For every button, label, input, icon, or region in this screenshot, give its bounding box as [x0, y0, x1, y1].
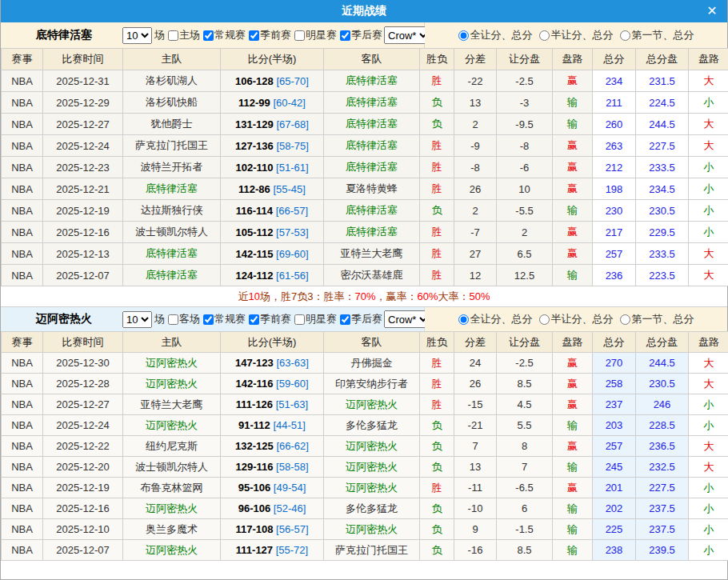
filter-checkbox-option: 季前赛	[246, 312, 291, 326]
filter-checkbox-option: 客场	[165, 312, 200, 326]
cell-total: 236	[593, 265, 636, 286]
summary-label: 场，胜7负3：胜率：	[260, 290, 354, 304]
cell-handicap-line: 5.5	[497, 415, 553, 436]
cell-over-under: 大	[689, 70, 728, 92]
cell-away-team: 夏洛特黄蜂	[324, 178, 420, 200]
cell-league: NBA	[2, 243, 43, 265]
games-count-select[interactable]: 10	[122, 311, 152, 328]
cell-diff: 13	[454, 92, 497, 114]
checkbox[interactable]	[168, 314, 178, 325]
cell-score: 129-116 [58-58]	[221, 457, 324, 478]
bookmaker-select[interactable]: Crow*	[384, 26, 430, 44]
table-row: NBA2025-12-30迈阿密热火147-123 [63-63]丹佛掘金胜24…	[2, 353, 728, 374]
cell-total-line: 224.5	[636, 92, 689, 114]
filter-checkbox-option: 常规赛	[200, 28, 246, 42]
odds-type-radio-option: 第一节、总分	[620, 28, 694, 42]
cell-score: 112-99 [60-42]	[221, 92, 324, 114]
cell-total: 230	[593, 200, 636, 222]
cell-total: 211	[593, 92, 636, 114]
column-header: 比分(半场)	[221, 49, 324, 70]
checkbox[interactable]	[340, 30, 350, 41]
column-header: 客队	[324, 332, 420, 353]
cell-date: 2025-12-19	[43, 478, 123, 498]
half-score: [44-51]	[273, 419, 305, 431]
cell-total-line: 232.5	[636, 457, 689, 478]
cell-league: NBA	[2, 157, 43, 178]
radio[interactable]	[539, 30, 550, 41]
checkbox[interactable]	[294, 30, 305, 41]
cell-date: 2025-12-07	[43, 540, 123, 561]
cell-date: 2025-12-23	[43, 157, 123, 178]
cell-over-under: 小	[689, 200, 728, 222]
cell-handicap-line: -2.5	[497, 353, 553, 374]
radio[interactable]	[458, 30, 469, 41]
cell-handicap-line: -5.5	[497, 200, 553, 222]
cell-away-team: 亚特兰大老鹰	[324, 243, 420, 265]
cell-handicap-line: 6.5	[497, 243, 553, 265]
column-header: 总分盘	[636, 49, 689, 70]
summary-label: 近	[238, 290, 248, 304]
radio[interactable]	[620, 314, 630, 325]
full-score: 91-112	[238, 419, 270, 431]
cell-over-under: 小	[689, 222, 728, 243]
cell-total-line: 229.5	[636, 222, 689, 243]
cell-total-line: 231.5	[636, 70, 689, 92]
cell-total-line: 230.5	[636, 374, 689, 394]
cell-home-team: 达拉斯独行侠	[123, 200, 221, 222]
cell-score: 96-106 [52-46]	[221, 498, 324, 519]
full-score: 102-110	[235, 162, 273, 174]
table-row: NBA2025-12-13底特律活塞142-115 [69-60]亚特兰大老鹰胜…	[2, 243, 728, 265]
odds-type-radio-option: 第一节、总分	[620, 312, 694, 326]
radio[interactable]	[620, 30, 630, 41]
filter-bar-right: 全让分、总分半让分、总分第一节、总分	[425, 307, 727, 331]
cell-handicap-line: 8.5	[497, 374, 553, 394]
cell-result: 负	[420, 540, 454, 561]
cell-total: 258	[593, 374, 636, 394]
summary-label: 大率：	[438, 290, 469, 304]
cell-over-under: 大	[689, 374, 728, 394]
table-row: NBA2025-12-23波特兰开拓者102-110 [51-61]底特律活塞胜…	[2, 157, 728, 178]
odds-type-radio-option: 半让分、总分	[539, 28, 614, 42]
cell-away-team: 密尔沃基雄鹿	[324, 265, 420, 286]
table-row: NBA2025-12-21底特律活塞112-86 [55-45]夏洛特黄蜂胜26…	[2, 178, 728, 200]
half-score: [51-61]	[276, 162, 308, 174]
column-header: 比赛时间	[43, 332, 123, 353]
column-header: 让分盘	[497, 332, 553, 353]
cell-away-team: 迈阿密热火	[324, 394, 420, 415]
cell-diff: -15	[454, 394, 497, 415]
checkbox[interactable]	[294, 314, 305, 325]
popup-title: 近期战绩	[342, 4, 386, 18]
away-team-section: 迈阿密热火 10 场 客场常规赛季前赛明星赛季后赛 Crow* 全让分、总分半让…	[1, 307, 727, 561]
cell-diff: 7	[454, 436, 497, 457]
cell-home-team: 底特律活塞	[123, 243, 221, 265]
half-score: [69-60]	[276, 248, 308, 260]
close-icon[interactable]: ✕	[704, 3, 720, 19]
checkbox[interactable]	[249, 30, 259, 41]
cell-score: 132-125 [66-62]	[221, 436, 324, 457]
cell-home-team: 波士顿凯尔特人	[123, 222, 221, 243]
checkbox[interactable]	[203, 30, 214, 41]
radio[interactable]	[458, 314, 469, 325]
cell-score: 91-112 [44-51]	[221, 415, 324, 436]
games-unit-label: 场	[154, 28, 165, 42]
cell-score: 131-129 [67-68]	[221, 114, 324, 135]
odds-type-radio-option: 全让分、总分	[458, 312, 533, 326]
checkbox[interactable]	[203, 314, 214, 325]
checkbox[interactable]	[168, 30, 178, 41]
checkbox[interactable]	[249, 314, 259, 325]
radio[interactable]	[539, 314, 550, 325]
cell-league: NBA	[2, 457, 43, 478]
table-row: NBA2025-12-10奥兰多魔术117-108 [56-57]迈阿密热火负9…	[2, 519, 728, 540]
cell-score: 127-136 [58-75]	[221, 135, 324, 157]
cell-handicap-result: 赢	[553, 394, 593, 415]
cell-home-team: 迈阿密热火	[123, 374, 221, 394]
cell-league: NBA	[2, 436, 43, 457]
checkbox[interactable]	[340, 314, 350, 325]
half-score: [51-63]	[276, 398, 308, 410]
full-score: 142-116	[235, 378, 273, 390]
bookmaker-select[interactable]: Crow*	[384, 310, 430, 328]
cell-total-line: 223.5	[636, 265, 689, 286]
cell-over-under: 小	[689, 498, 728, 519]
cell-handicap-result: 输	[553, 415, 593, 436]
games-count-select[interactable]: 10	[122, 27, 152, 44]
